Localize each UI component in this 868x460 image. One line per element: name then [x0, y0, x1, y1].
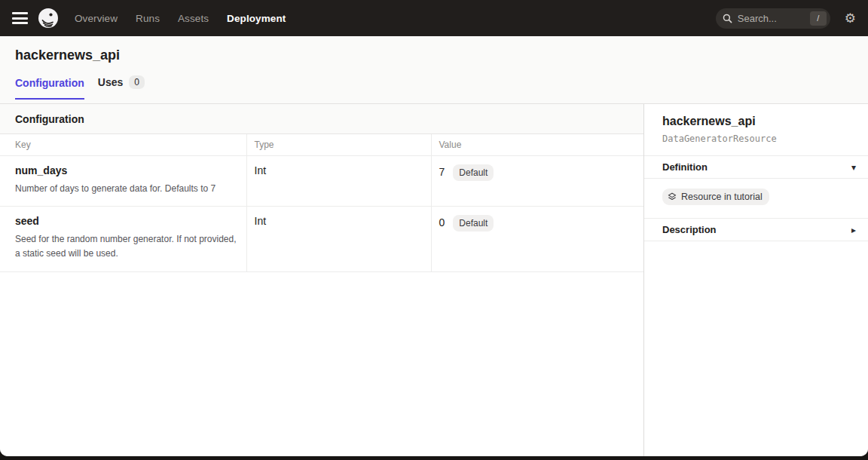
resource-name: hackernews_api — [662, 115, 850, 128]
nav-item-overview[interactable]: Overview — [75, 13, 118, 24]
resource-tag-label: Resource in tutorial — [681, 192, 763, 202]
search-shortcut-key: / — [810, 11, 827, 26]
config-value: 0 — [439, 215, 445, 228]
nav-item-deployment[interactable]: Deployment — [227, 13, 286, 24]
tab-uses[interactable]: Uses 0 — [98, 75, 145, 100]
column-header-type: Type — [246, 134, 431, 156]
dagster-logo-icon[interactable] — [38, 8, 59, 29]
description-section-label: Description — [662, 224, 717, 235]
tab-configuration-label: Configuration — [15, 77, 84, 89]
tab-uses-label: Uses — [98, 76, 123, 88]
search-input[interactable] — [738, 13, 810, 24]
tab-configuration[interactable]: Configuration — [15, 77, 84, 100]
config-type: Int — [246, 207, 431, 271]
chevron-down-icon: ▾ — [851, 163, 856, 172]
column-header-value: Value — [431, 134, 643, 156]
table-header-row: Key Type Value — [0, 134, 643, 156]
top-navigation-bar: Overview Runs Assets Deployment / ⚙ — [0, 0, 868, 36]
configuration-panel: Configuration Key Type Value num_days Nu… — [0, 104, 644, 456]
gear-icon[interactable]: ⚙ — [845, 12, 856, 25]
description-section-toggle[interactable]: Description ▸ — [644, 219, 868, 241]
page-header: hackernews_api Configuration Uses 0 — [0, 36, 868, 104]
content-area: Configuration Key Type Value num_days Nu… — [0, 104, 868, 456]
config-key: seed — [15, 215, 239, 227]
resource-tag-badge[interactable]: Resource in tutorial — [662, 189, 769, 205]
nav-item-runs[interactable]: Runs — [136, 13, 160, 24]
definition-section-label: Definition — [662, 161, 708, 173]
search-box[interactable]: / — [716, 8, 830, 29]
section-divider — [644, 241, 868, 241]
layers-icon — [668, 192, 677, 201]
chevron-right-icon: ▸ — [851, 225, 856, 235]
config-description: Seed for the random number generator. If… — [15, 232, 239, 261]
config-description: Number of days to generate data for. Def… — [15, 182, 239, 196]
configuration-section-header: Configuration — [0, 104, 643, 134]
nav-item-assets[interactable]: Assets — [178, 13, 209, 24]
search-icon — [723, 14, 732, 23]
config-type: Int — [246, 156, 431, 207]
column-header-key: Key — [0, 134, 246, 156]
tab-bar: Configuration Uses 0 — [0, 75, 868, 100]
hamburger-menu-icon[interactable] — [12, 12, 28, 24]
resource-type: DataGeneratorResource — [662, 133, 850, 144]
topbar-right: / ⚙ — [716, 8, 856, 29]
uses-count-badge: 0 — [129, 75, 145, 89]
details-sidebar: hackernews_api DataGeneratorResource Def… — [644, 104, 868, 456]
config-key: num_days — [15, 164, 239, 176]
page-title: hackernews_api — [0, 36, 868, 63]
config-value: 7 — [439, 164, 445, 178]
main-nav: Overview Runs Assets Deployment — [75, 13, 286, 24]
description-section: Description ▸ — [644, 218, 868, 241]
configuration-table: Key Type Value num_days Number of days t… — [0, 134, 643, 272]
sidebar-header: hackernews_api DataGeneratorResource — [644, 104, 868, 155]
default-badge: Default — [453, 164, 494, 181]
app-window: Overview Runs Assets Deployment / ⚙ hack… — [0, 0, 868, 456]
default-badge: Default — [453, 215, 494, 232]
definition-section-body: Resource in tutorial — [644, 178, 868, 218]
table-row: num_days Number of days to generate data… — [0, 156, 643, 207]
definition-section: Definition ▾ Resource in tutorial — [644, 155, 868, 218]
table-row: seed Seed for the random number generato… — [0, 207, 643, 271]
definition-section-toggle[interactable]: Definition ▾ — [644, 156, 868, 178]
